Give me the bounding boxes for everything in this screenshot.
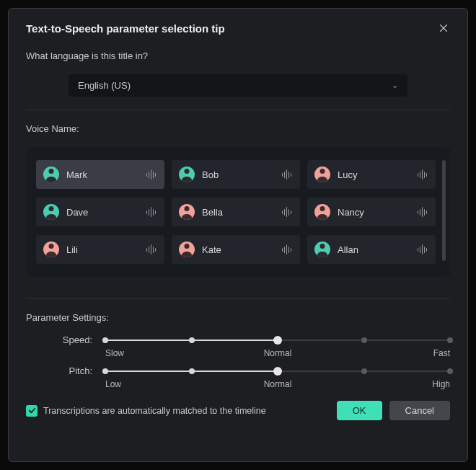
- voice-name-label: Voice Name:: [26, 123, 450, 134]
- language-selected-value: English (US): [78, 80, 131, 91]
- audio-wave-icon[interactable]: [146, 244, 157, 254]
- voice-item-bob[interactable]: Bob: [172, 160, 300, 189]
- voice-name-label: Kate: [202, 244, 282, 255]
- language-select[interactable]: English (US) ⌄: [69, 74, 407, 97]
- transcription-checkbox-label: Transcriptions are automatically matched…: [43, 406, 266, 416]
- pitch-low-label: Low: [105, 379, 121, 389]
- audio-wave-icon[interactable]: [418, 169, 428, 179]
- voice-item-mark[interactable]: Mark: [36, 160, 164, 189]
- close-button[interactable]: [437, 22, 450, 35]
- avatar-icon: [314, 241, 330, 257]
- speed-slider-thumb[interactable]: [273, 336, 282, 345]
- speed-label: Speed:: [26, 334, 105, 345]
- voice-item-bella[interactable]: Bella: [172, 198, 300, 226]
- speed-high-label: Fast: [433, 348, 450, 358]
- avatar-icon: [43, 167, 59, 182]
- voice-grid: MarkBobLucyDaveBellaNancyLiliKateAllan: [26, 147, 450, 277]
- divider: [26, 110, 450, 110]
- audio-wave-icon[interactable]: [418, 207, 428, 217]
- language-question: What language is this title in?: [26, 50, 450, 61]
- ok-button[interactable]: OK: [337, 401, 382, 420]
- voice-name-label: Bob: [202, 169, 282, 180]
- check-icon: [28, 407, 36, 414]
- voice-item-kate[interactable]: Kate: [172, 235, 300, 264]
- pitch-label: Pitch:: [26, 365, 105, 376]
- divider: [26, 298, 450, 299]
- avatar-icon: [179, 204, 195, 220]
- pitch-slider[interactable]: [105, 366, 450, 376]
- speed-low-label: Slow: [105, 348, 124, 358]
- chevron-down-icon: ⌄: [392, 81, 398, 90]
- avatar-icon: [43, 241, 59, 257]
- audio-wave-icon[interactable]: [282, 244, 292, 254]
- parameter-settings-label: Parameter Settings:: [26, 312, 450, 323]
- avatar-icon: [314, 167, 330, 182]
- voice-name-label: Allan: [338, 244, 418, 255]
- transcription-checkbox[interactable]: [26, 405, 38, 417]
- speed-mid-label: Normal: [264, 348, 292, 358]
- audio-wave-icon[interactable]: [282, 207, 292, 217]
- voice-item-lucy[interactable]: Lucy: [307, 160, 436, 189]
- voice-name-label: Lili: [66, 244, 146, 255]
- audio-wave-icon[interactable]: [418, 244, 428, 254]
- avatar-icon: [179, 167, 195, 182]
- cancel-button[interactable]: Cancel: [389, 401, 450, 420]
- voice-name-label: Mark: [66, 169, 146, 180]
- voice-name-label: Lucy: [338, 169, 418, 180]
- tts-dialog: Text-to-Speech parameter selection tip W…: [8, 8, 468, 462]
- pitch-slider-thumb[interactable]: [273, 367, 282, 376]
- voice-item-allan[interactable]: Allan: [307, 235, 436, 264]
- audio-wave-icon[interactable]: [282, 169, 292, 179]
- speed-slider[interactable]: [105, 335, 450, 345]
- voice-item-nancy[interactable]: Nancy: [307, 198, 436, 226]
- avatar-icon: [314, 204, 330, 220]
- voice-name-label: Dave: [66, 207, 146, 218]
- voice-name-label: Bella: [202, 207, 282, 218]
- audio-wave-icon[interactable]: [146, 169, 157, 179]
- dialog-title: Text-to-Speech parameter selection tip: [26, 22, 225, 35]
- voice-name-label: Nancy: [338, 207, 418, 218]
- scrollbar[interactable]: [442, 160, 446, 261]
- pitch-high-label: High: [432, 379, 450, 389]
- voice-item-lili[interactable]: Lili: [36, 235, 164, 264]
- close-icon: [438, 23, 449, 33]
- dialog-header: Text-to-Speech parameter selection tip: [26, 22, 450, 35]
- avatar-icon: [43, 204, 59, 220]
- pitch-mid-label: Normal: [264, 379, 292, 389]
- audio-wave-icon[interactable]: [146, 207, 157, 217]
- voice-item-dave[interactable]: Dave: [36, 198, 164, 226]
- avatar-icon: [179, 241, 195, 257]
